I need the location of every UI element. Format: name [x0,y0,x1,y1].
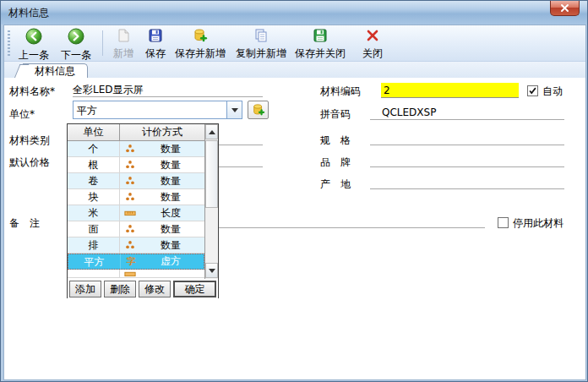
default-price-label: 默认价格 [9,156,50,168]
prev-icon [25,28,42,48]
material-name-label: 材料名称* [9,85,55,97]
toolbar-separator [102,30,103,56]
material-form: 材料名称* 单位* 材料类别 默认价格 备 注 材料编码 拼音码 规 格 品 牌… [4,78,585,379]
add-button[interactable]: 添加 [69,281,101,297]
quantity-icon [123,159,137,171]
method-cell: 长度 [137,206,204,221]
next-record-label: 下一条 [61,49,91,61]
close-x-icon [365,28,380,46]
unit-row-mi[interactable]: 米 长度 [68,205,204,221]
unit-cell [68,270,120,277]
unit-cell: 平方 [68,254,121,269]
spec-input[interactable] [370,145,564,145]
unit-combobox[interactable]: 平方 [73,101,242,119]
method-cell: 数量 [137,174,204,188]
unit-combobox-value: 平方 [77,104,97,118]
tab-material-info[interactable]: 材料信息 [23,63,88,79]
toolbar-grip-icon [8,30,10,56]
unit-list-header: 单位 计价方式 [68,124,204,141]
confirm-button[interactable]: 确定 [173,281,216,297]
unit-popup-buttons: 添加 删除 修改 确定 [68,280,218,298]
disable-material-checkbox[interactable] [498,217,509,228]
unit-cell: 个 [68,141,120,156]
add-unit-button[interactable] [248,101,269,119]
scroll-down-button[interactable] [205,263,218,278]
unit-row-mian[interactable]: 面 数量 [68,221,204,237]
next-icon [68,28,84,48]
method-cell: 数量 [137,142,204,156]
method-cell: 数量 [137,222,204,237]
pinyin-input[interactable]: QCLEDXSP [370,106,564,120]
next-record-button[interactable]: 下一条 [57,28,95,61]
unit-row-ge[interactable]: 个 数量 [68,141,204,157]
new-button[interactable]: 新增 [109,28,138,59]
save-icon [148,28,163,46]
save-and-new-button[interactable]: 保存并新增 [173,28,227,59]
tab-bar: 材料信息 [4,62,585,78]
spec-label: 规 格 [320,134,351,146]
material-name-input[interactable]: 全彩LED显示屏 [73,83,263,97]
window-title: 材料信息 [8,6,49,20]
unit-row-kuai[interactable]: 块 数量 [68,189,204,205]
pinyin-label: 拼音码 [320,108,351,120]
prev-record-button[interactable]: 上一条 [14,28,53,61]
quantity-icon [123,223,137,235]
combobox-dropdown-button[interactable] [226,101,242,118]
unit-list-scrollbar[interactable] [204,124,218,279]
quantity-icon [123,175,137,187]
unit-cell: 卷 [68,173,120,188]
save-and-new-icon [193,28,208,46]
new-page-icon [116,28,131,46]
save-label: 保存 [145,47,166,59]
copy-and-new-label: 复制并新增 [236,47,286,59]
copy-and-new-button[interactable]: 复制并新增 [234,28,288,59]
modify-button[interactable]: 修改 [139,281,171,297]
material-code-input[interactable]: 2 [381,83,519,98]
titlebar: 材料信息 [1,1,587,25]
toolbar: 上一条 下一条 [4,25,585,62]
quantity-icon [123,143,137,155]
unit-row-pingfang-selected[interactable]: 平方 字 虚方 [68,254,204,270]
brand-input[interactable] [370,166,564,167]
save-and-new-label: 保存并新增 [175,47,226,59]
scroll-down-icon [209,269,215,273]
method-cell: 数量 [137,238,204,253]
copy-and-new-icon [253,28,269,46]
auto-checkbox[interactable] [527,85,538,96]
unit-label: 单位* [9,108,35,120]
category-label: 材料类别 [9,134,50,146]
scroll-up-button[interactable] [205,124,218,139]
delete-button[interactable]: 删除 [104,281,136,297]
save-and-close-label: 保存并关闭 [295,47,346,59]
save-and-close-button[interactable]: 保存并关闭 [293,28,347,59]
save-and-close-icon [313,28,328,46]
window: 材料信息 [0,0,588,382]
chevron-down-icon [231,108,238,112]
volume-icon: 字 [124,255,138,268]
material-code-label: 材料编码 [320,85,361,97]
save-button[interactable]: 保存 [141,28,170,59]
scroll-up-icon [209,130,215,134]
unit-column-header: 单位 [68,124,120,140]
origin-input[interactable] [370,188,564,189]
auto-checkbox-label: 自动 [542,85,563,97]
method-cell: 数量 [137,190,204,205]
scrollbar-thumb[interactable] [205,140,218,208]
unit-row-juan[interactable]: 卷 数量 [68,173,204,189]
method-cell: 数量 [137,158,204,172]
window-close-button[interactable] [550,1,580,16]
origin-label: 产 地 [320,178,351,190]
close-label: 关闭 [362,47,383,59]
add-unit-icon [252,103,265,117]
unit-row-pai[interactable]: 排 数量 [68,237,204,254]
check-icon [528,86,537,96]
unit-cell: 米 [68,205,120,221]
unit-cell: 排 [68,237,120,253]
unit-dropdown-popup: 单位 计价方式 个 数量 根 数量 卷 数量 [67,123,219,298]
method-column-header: 计价方式 [120,124,204,140]
unit-cell: 块 [68,189,120,205]
unit-row-gen[interactable]: 根 数量 [68,157,204,173]
client-area: 上一条 下一条 [3,25,586,380]
unit-row-clipped[interactable] [68,270,204,278]
close-button[interactable]: 关闭 [357,28,388,59]
